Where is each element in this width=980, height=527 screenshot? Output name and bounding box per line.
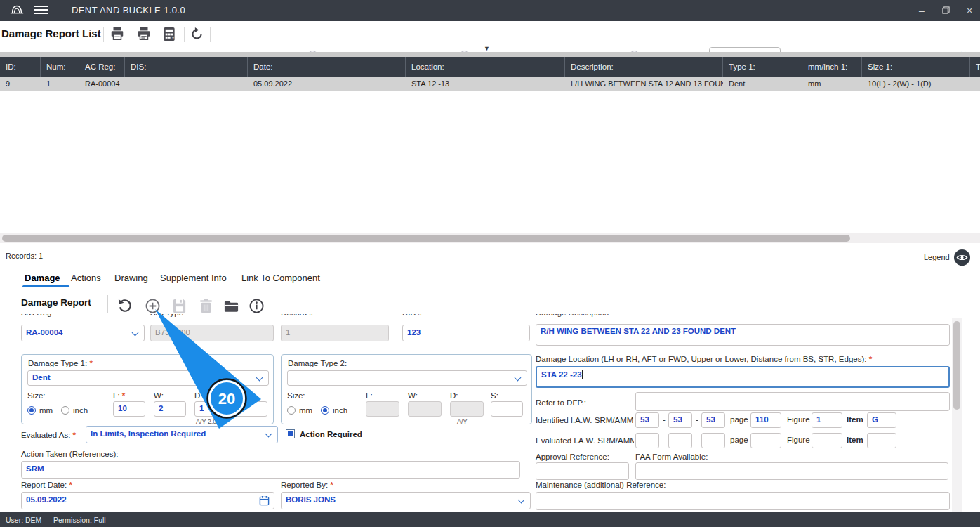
ac-reg-select[interactable]: RA-00004 (21, 325, 145, 341)
column-header-description[interactable]: Description: (565, 57, 723, 77)
tab-drawing[interactable]: Drawing (114, 273, 148, 283)
menu-icon[interactable] (34, 6, 48, 15)
d-label: D: (450, 391, 458, 400)
damage-type2-label: Damage Type 2: (288, 359, 347, 367)
print-icon[interactable] (110, 26, 126, 43)
depth-field[interactable]: 1 (194, 401, 227, 417)
damage-location-label: Damage Location (LH or RH, AFT or FWD, U… (536, 355, 866, 363)
archive-folder-icon[interactable] (223, 298, 240, 315)
damage-type1-groupbox: Damage Type 1: * Dent Size: L: * W: D: m… (21, 354, 274, 424)
page-label: page (730, 436, 748, 444)
s-field[interactable] (235, 401, 267, 417)
calendar-icon[interactable] (259, 495, 270, 509)
column-header-date[interactable]: Date: (248, 57, 406, 77)
figure-label: Figure (787, 436, 810, 444)
tab-actions[interactable]: Actions (71, 273, 101, 283)
splitter-bar[interactable] (0, 52, 980, 57)
length-field[interactable]: 10 (113, 401, 145, 417)
ay-ratio-text: A/Y (457, 418, 468, 425)
tab-damage[interactable]: Damage (25, 273, 60, 283)
export-grid-icon[interactable]: x (162, 27, 179, 44)
evaluated-subject-field[interactable] (701, 433, 725, 448)
inch-radio[interactable] (321, 406, 329, 415)
evaluated-ata-field[interactable] (635, 433, 659, 448)
tab-link-to-component[interactable]: Link To Component (241, 273, 320, 283)
s-field[interactable] (491, 401, 523, 417)
record-number-field: 1 (281, 325, 389, 341)
print-list-icon[interactable] (136, 26, 153, 43)
close-button[interactable]: × (958, 0, 980, 21)
reported-by-select[interactable]: BORIS JONS (281, 492, 531, 509)
undo-icon[interactable] (117, 298, 133, 315)
add-record-icon[interactable] (145, 298, 161, 315)
save-icon[interactable] (171, 298, 188, 315)
evaluated-figure-field[interactable] (812, 433, 842, 448)
column-header-type1[interactable]: Type 1: (723, 57, 802, 77)
required-mark: * (89, 359, 92, 367)
column-header-acreg[interactable]: AC Reg: (79, 57, 125, 77)
identified-page-field[interactable]: 110 (750, 412, 781, 428)
size-label: Size: (287, 391, 305, 400)
column-header-id[interactable]: ID: (0, 57, 41, 77)
column-header-location[interactable]: Location: (406, 57, 565, 77)
delete-icon[interactable] (198, 298, 215, 315)
faa-form-available-field[interactable] (635, 462, 948, 480)
evaluated-as-select[interactable]: In Limits, Inspection Required (86, 426, 278, 443)
inch-radio[interactable] (61, 406, 69, 415)
cell-t (970, 77, 980, 91)
damage-type2-select[interactable] (287, 370, 527, 386)
table-row[interactable]: 9 1 RA-00004 05.09.2022 STA 12 -13 L/H W… (0, 77, 980, 91)
mm-radio-label: mm (39, 406, 53, 415)
app-logo-icon (9, 3, 25, 21)
refresh-icon[interactable] (190, 27, 206, 44)
legend-eye-icon[interactable] (953, 249, 971, 269)
evaluated-section-field[interactable] (668, 433, 692, 448)
column-header-t[interactable]: T (970, 57, 980, 77)
cell-num: 1 (41, 77, 79, 91)
report-date-label: Report Date: (21, 481, 67, 489)
damage-type1-select[interactable]: Dent (27, 370, 269, 386)
tab-supplement-info[interactable]: Supplement Info (160, 273, 227, 283)
info-icon[interactable] (249, 298, 265, 315)
evaluated-item-field[interactable] (867, 433, 896, 448)
horizontal-scrollbar[interactable] (0, 233, 980, 243)
identified-item-field[interactable]: G (867, 412, 896, 428)
approval-reference-field[interactable] (536, 462, 629, 480)
record-number-label-clipped: Record #: (281, 314, 372, 320)
column-header-mminch1[interactable]: mm/inch 1: (802, 57, 862, 77)
column-header-size1[interactable]: Size 1: (862, 57, 970, 77)
identified-ata-field[interactable]: 53 (635, 412, 659, 428)
records-count: Records: 1 (6, 252, 43, 260)
w-label: W: (408, 391, 418, 400)
column-header-num[interactable]: Num: (41, 57, 79, 77)
action-taken-field[interactable]: SRM (21, 461, 520, 479)
width-field[interactable]: 2 (154, 401, 186, 417)
identified-subject-field[interactable]: 53 (701, 412, 725, 428)
evaluated-page-field[interactable] (750, 433, 781, 448)
mm-radio[interactable] (287, 406, 296, 415)
cell-id: 9 (0, 77, 41, 91)
mm-radio[interactable] (27, 406, 36, 415)
report-date-field[interactable]: 05.09.2022 (21, 492, 274, 509)
identified-figure-field[interactable]: 1 (812, 412, 842, 428)
restore-button[interactable] (934, 0, 958, 21)
cell-location: STA 12 -13 (406, 77, 565, 91)
horizontal-scrollbar-thumb[interactable] (2, 235, 850, 242)
damage-location-field[interactable]: STA 22 -23 (536, 366, 950, 388)
refer-to-dfp-field[interactable] (635, 392, 950, 411)
chevron-down-icon (132, 330, 139, 337)
toolbar-divider (103, 27, 104, 42)
column-header-dis[interactable]: DIS: (125, 57, 248, 77)
minimize-button[interactable]: – (910, 0, 934, 21)
identified-section-field[interactable]: 53 (668, 412, 692, 428)
maintenance-reference-field[interactable] (536, 492, 950, 510)
maintenance-reference-label: Maintenance (additional) Reference: (536, 481, 666, 489)
collapse-filter-icon[interactable]: ▼ (484, 45, 490, 52)
dis-number-field[interactable]: 123 (402, 325, 530, 341)
page-title: Damage Report List (1, 27, 101, 39)
vertical-scrollbar-thumb[interactable] (953, 321, 960, 410)
vertical-scrollbar[interactable] (952, 318, 962, 512)
damage-description-field[interactable]: R/H WING BETWEEN STA 22 AND 23 FOUND DEN… (536, 324, 950, 346)
action-required-checkbox[interactable] (286, 429, 295, 438)
cell-size1: 10(L) - 2(W) - 1(D) (862, 77, 970, 91)
